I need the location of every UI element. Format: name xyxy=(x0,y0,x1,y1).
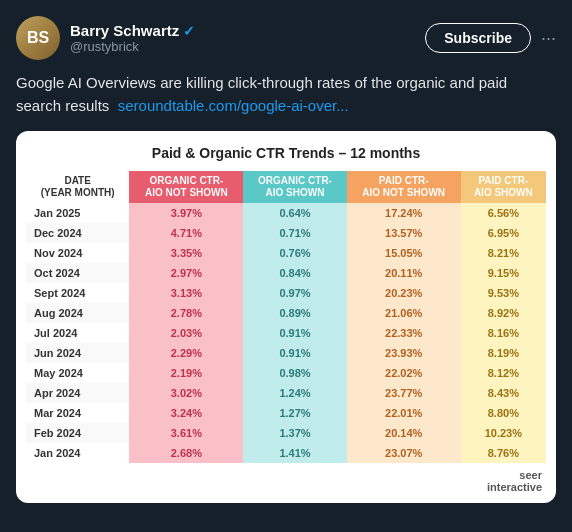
cell-paid-shown: 8.76% xyxy=(461,443,546,463)
table-row: Sept 20243.13%0.97%20.23%9.53% xyxy=(26,283,546,303)
cell-paid-not: 21.06% xyxy=(347,303,461,323)
cell-date: May 2024 xyxy=(26,363,129,383)
cell-paid-shown: 8.80% xyxy=(461,403,546,423)
ctr-table: DATE(YEAR MONTH) ORGANIC CTR-AIO NOT SHO… xyxy=(26,171,546,463)
cell-org-shown: 0.97% xyxy=(243,283,346,303)
cell-org-not: 3.61% xyxy=(129,423,243,443)
col-header-paid-shown: PAID CTR-AIO SHOWN xyxy=(461,171,546,203)
chart-title: Paid & Organic CTR Trends – 12 months xyxy=(26,145,546,161)
cell-org-shown: 0.71% xyxy=(243,223,346,243)
cell-org-shown: 0.84% xyxy=(243,263,346,283)
col-header-paid-not: PAID CTR-AIO NOT SHOWN xyxy=(347,171,461,203)
table-row: Oct 20242.97%0.84%20.11%9.15% xyxy=(26,263,546,283)
cell-paid-not: 23.77% xyxy=(347,383,461,403)
cell-org-not: 4.71% xyxy=(129,223,243,243)
table-row: Aug 20242.78%0.89%21.06%8.92% xyxy=(26,303,546,323)
cell-date: Jul 2024 xyxy=(26,323,129,343)
cell-date: Oct 2024 xyxy=(26,263,129,283)
cell-org-not: 3.02% xyxy=(129,383,243,403)
avatar: BS xyxy=(16,16,60,60)
cell-org-not: 3.24% xyxy=(129,403,243,423)
cell-date: Aug 2024 xyxy=(26,303,129,323)
user-info-section: BS Barry Schwartz ✓ @rustybrick xyxy=(16,16,195,60)
user-details: Barry Schwartz ✓ @rustybrick xyxy=(70,22,195,54)
cell-paid-shown: 8.21% xyxy=(461,243,546,263)
table-row: Jul 20242.03%0.91%22.33%8.16% xyxy=(26,323,546,343)
cell-date: Jan 2025 xyxy=(26,203,129,223)
tweet-card: BS Barry Schwartz ✓ @rustybrick Subscrib… xyxy=(0,0,572,532)
col-header-date: DATE(YEAR MONTH) xyxy=(26,171,129,203)
cell-date: Sept 2024 xyxy=(26,283,129,303)
cell-paid-not: 20.23% xyxy=(347,283,461,303)
cell-org-shown: 0.76% xyxy=(243,243,346,263)
cell-paid-shown: 8.16% xyxy=(461,323,546,343)
cell-org-not: 2.97% xyxy=(129,263,243,283)
table-row: Mar 20243.24%1.27%22.01%8.80% xyxy=(26,403,546,423)
cell-org-shown: 0.91% xyxy=(243,343,346,363)
cell-paid-shown: 8.19% xyxy=(461,343,546,363)
cell-date: Apr 2024 xyxy=(26,383,129,403)
table-row: Nov 20243.35%0.76%15.05%8.21% xyxy=(26,243,546,263)
header-actions: Subscribe ··· xyxy=(425,23,556,53)
cell-org-not: 3.35% xyxy=(129,243,243,263)
cell-date: Jun 2024 xyxy=(26,343,129,363)
table-row: Jun 20242.29%0.91%23.93%8.19% xyxy=(26,343,546,363)
cell-paid-not: 13.57% xyxy=(347,223,461,243)
cell-paid-not: 15.05% xyxy=(347,243,461,263)
cell-org-shown: 0.89% xyxy=(243,303,346,323)
user-name-row: Barry Schwartz ✓ xyxy=(70,22,195,39)
user-name-text: Barry Schwartz xyxy=(70,22,179,39)
cell-paid-shown: 8.12% xyxy=(461,363,546,383)
table-row: May 20242.19%0.98%22.02%8.12% xyxy=(26,363,546,383)
cell-org-shown: 1.27% xyxy=(243,403,346,423)
cell-org-not: 2.19% xyxy=(129,363,243,383)
cell-org-not: 3.13% xyxy=(129,283,243,303)
more-icon[interactable]: ··· xyxy=(541,28,556,49)
cell-date: Feb 2024 xyxy=(26,423,129,443)
cell-org-shown: 0.91% xyxy=(243,323,346,343)
cell-date: Dec 2024 xyxy=(26,223,129,243)
verified-icon: ✓ xyxy=(183,23,195,39)
tweet-link[interactable]: seroundtable.com/google-ai-over... xyxy=(118,97,349,114)
cell-paid-not: 20.11% xyxy=(347,263,461,283)
cell-org-not: 2.03% xyxy=(129,323,243,343)
cell-paid-shown: 8.43% xyxy=(461,383,546,403)
cell-paid-shown: 6.95% xyxy=(461,223,546,243)
col-header-org-shown: ORGANIC CTR-AIO SHOWN xyxy=(243,171,346,203)
cell-paid-shown: 9.53% xyxy=(461,283,546,303)
subscribe-button[interactable]: Subscribe xyxy=(425,23,531,53)
chart-container: Paid & Organic CTR Trends – 12 months DA… xyxy=(16,131,556,503)
user-handle: @rustybrick xyxy=(70,39,195,54)
cell-org-not: 2.78% xyxy=(129,303,243,323)
cell-org-shown: 1.37% xyxy=(243,423,346,443)
cell-paid-not: 20.14% xyxy=(347,423,461,443)
cell-org-shown: 1.24% xyxy=(243,383,346,403)
table-row: Dec 20244.71%0.71%13.57%6.95% xyxy=(26,223,546,243)
cell-date: Nov 2024 xyxy=(26,243,129,263)
cell-org-shown: 1.41% xyxy=(243,443,346,463)
table-row: Jan 20253.97%0.64%17.24%6.56% xyxy=(26,203,546,223)
table-row: Feb 20243.61%1.37%20.14%10.23% xyxy=(26,423,546,443)
tweet-text: Google AI Overviews are killing click-th… xyxy=(16,72,556,117)
cell-paid-shown: 10.23% xyxy=(461,423,546,443)
cell-paid-not: 22.02% xyxy=(347,363,461,383)
cell-paid-not: 17.24% xyxy=(347,203,461,223)
table-row: Jan 20242.68%1.41%23.07%8.76% xyxy=(26,443,546,463)
cell-paid-not: 23.93% xyxy=(347,343,461,363)
col-header-org-not: ORGANIC CTR-AIO NOT SHOWN xyxy=(129,171,243,203)
seer-logo: seerinteractive xyxy=(26,469,546,493)
cell-date: Jan 2024 xyxy=(26,443,129,463)
tweet-header: BS Barry Schwartz ✓ @rustybrick Subscrib… xyxy=(16,16,556,60)
cell-org-not: 3.97% xyxy=(129,203,243,223)
cell-paid-shown: 8.92% xyxy=(461,303,546,323)
table-row: Apr 20243.02%1.24%23.77%8.43% xyxy=(26,383,546,403)
cell-paid-not: 22.01% xyxy=(347,403,461,423)
cell-paid-not: 22.33% xyxy=(347,323,461,343)
cell-org-not: 2.68% xyxy=(129,443,243,463)
cell-org-shown: 0.64% xyxy=(243,203,346,223)
cell-org-shown: 0.98% xyxy=(243,363,346,383)
cell-paid-not: 23.07% xyxy=(347,443,461,463)
cell-org-not: 2.29% xyxy=(129,343,243,363)
cell-date: Mar 2024 xyxy=(26,403,129,423)
cell-paid-shown: 9.15% xyxy=(461,263,546,283)
